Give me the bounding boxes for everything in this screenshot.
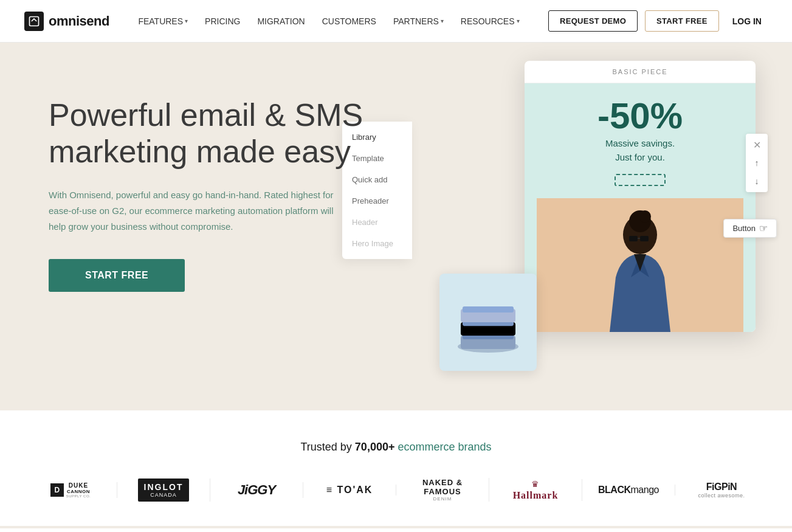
move-up-button[interactable]: ↑ bbox=[748, 154, 765, 171]
chevron-down-icon: ▾ bbox=[517, 18, 520, 24]
hero-content: Powerful email & SMS marketing made easy… bbox=[49, 97, 365, 292]
logo-hallmark: ♛ Hallmark bbox=[489, 479, 582, 501]
model-illustration bbox=[579, 198, 701, 332]
hero-title: Powerful email & SMS marketing made easy bbox=[49, 97, 365, 170]
nav-link-resources[interactable]: RESOURCES ▾ bbox=[455, 12, 526, 31]
logo-figpin: FiGPiN collect awesome. bbox=[675, 482, 768, 499]
logo-text: omnisend bbox=[49, 13, 109, 29]
login-button[interactable]: LOG IN bbox=[726, 12, 768, 31]
logo-inglot: INGLOT CANADA bbox=[117, 478, 210, 502]
start-free-nav-button[interactable]: START FREE bbox=[645, 10, 719, 32]
nav-link-features[interactable]: FEATURES ▾ bbox=[132, 12, 194, 31]
trusted-section: Trusted by 70,000+ ecommerce brands D DU… bbox=[0, 410, 792, 526]
svg-rect-4 bbox=[629, 236, 638, 241]
nav-links: FEATURES ▾ PRICING MIGRATION CUSTOMERS P… bbox=[132, 12, 525, 31]
logo-naked-famous: NAKED & FAMOUS DENIM bbox=[396, 478, 489, 502]
footer-divider bbox=[0, 526, 792, 528]
jeans-card bbox=[439, 274, 537, 371]
jeans-illustration bbox=[452, 286, 525, 359]
hero-section: Powerful email & SMS marketing made easy… bbox=[0, 43, 792, 410]
svg-rect-24 bbox=[463, 306, 514, 313]
navbar: omnisend FEATURES ▾ PRICING MIGRATION CU… bbox=[0, 0, 792, 43]
email-discount-sub: Massive savings. Just for you. bbox=[537, 137, 743, 164]
arrows-panel: ✕ ↑ ↓ bbox=[746, 134, 768, 192]
email-photo-area bbox=[537, 198, 743, 332]
email-fake-button bbox=[615, 174, 666, 186]
logo-toak: ≡ TO'AK bbox=[303, 485, 396, 496]
logo-jiggy: JiGGY bbox=[210, 482, 303, 498]
logo-svg bbox=[28, 15, 40, 27]
logo[interactable]: omnisend bbox=[24, 12, 109, 31]
nav-link-pricing[interactable]: PRICING bbox=[199, 12, 246, 31]
nav-link-migration[interactable]: MIGRATION bbox=[251, 12, 311, 31]
logos-row: D DUKE CANNON SUPPLY CO. INGLOT CANADA J… bbox=[24, 478, 768, 502]
chevron-down-icon: ▾ bbox=[185, 18, 188, 24]
request-demo-button[interactable]: REQUEST DEMO bbox=[548, 10, 638, 32]
delete-block-button[interactable]: ✕ bbox=[748, 136, 765, 153]
nav-actions: REQUEST DEMO START FREE LOG IN bbox=[548, 10, 768, 32]
email-discount-text: -50% bbox=[537, 98, 743, 134]
logo-blackmango: BLACKmango bbox=[582, 485, 675, 496]
cursor-icon: ☞ bbox=[759, 223, 768, 234]
email-preview-body: -50% Massive savings. Just for you. bbox=[525, 83, 756, 332]
button-tooltip: Button ☞ bbox=[723, 219, 777, 238]
chevron-down-icon: ▾ bbox=[441, 18, 444, 24]
email-button-area bbox=[537, 174, 743, 188]
svg-rect-5 bbox=[640, 236, 649, 241]
email-brand-name: BASIC PIECE bbox=[525, 61, 756, 83]
nav-link-customers[interactable]: CUSTOMERS bbox=[316, 12, 382, 31]
omnisend-logo-icon bbox=[24, 12, 44, 31]
svg-point-3 bbox=[639, 210, 651, 223]
hero-visuals: Library Template Quick add Preheader Hea… bbox=[415, 55, 792, 410]
move-down-button[interactable]: ↓ bbox=[748, 173, 765, 190]
hero-cta-button[interactable]: START FREE bbox=[49, 259, 185, 292]
logo-duke-cannon: D DUKE CANNON SUPPLY CO. bbox=[24, 482, 117, 498]
nav-link-partners[interactable]: PARTNERS ▾ bbox=[387, 12, 450, 31]
hero-description: With Omnisend, powerful and easy go hand… bbox=[49, 187, 340, 235]
trusted-title: Trusted by 70,000+ ecommerce brands bbox=[24, 441, 768, 454]
email-editor-card: BASIC PIECE -50% Massive savings. Just f… bbox=[525, 61, 756, 332]
